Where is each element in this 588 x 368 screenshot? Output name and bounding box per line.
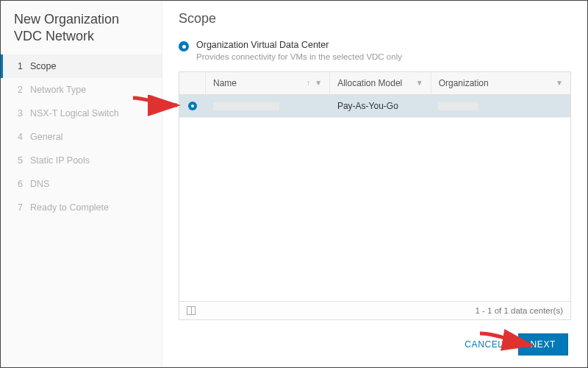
table-body: Pay-As-You-Go xyxy=(179,95,570,301)
column-allocation[interactable]: Allocation Model ▼ xyxy=(330,72,431,94)
step-scope[interactable]: 1 Scope xyxy=(1,54,162,78)
vdc-table: Name ↑ ▼ Allocation Model ▼ Organization xyxy=(179,71,571,320)
step-dns[interactable]: 6 DNS xyxy=(1,172,162,196)
table-footer: 1 - 1 of 1 data center(s) xyxy=(179,301,570,319)
cell-allocation: Pay-As-You-Go xyxy=(330,95,431,117)
wizard-steps: 1 Scope 2 Network Type 3 NSX-T Logical S… xyxy=(1,54,162,219)
filter-icon[interactable]: ▼ xyxy=(556,79,563,87)
redacted-text xyxy=(438,102,478,110)
step-static-ip-pools[interactable]: 5 Static IP Pools xyxy=(1,149,162,172)
column-organization-label: Organization xyxy=(439,78,489,88)
wizard-main-panel: Scope Organization Virtual Data Center P… xyxy=(162,1,587,367)
step-label: General xyxy=(30,132,62,142)
step-nsxt-logical-switch[interactable]: 3 NSX-T Logical Switch xyxy=(1,102,162,125)
cell-organization xyxy=(431,95,570,117)
column-picker-icon[interactable] xyxy=(187,306,196,315)
step-label: Ready to Complete xyxy=(30,202,109,213)
step-number: 6 xyxy=(14,179,23,189)
step-label: Static IP Pools xyxy=(30,155,90,166)
step-number: 7 xyxy=(14,202,23,213)
cancel-button[interactable]: CANCEL xyxy=(462,335,506,354)
step-number: 2 xyxy=(14,85,23,95)
sort-asc-icon[interactable]: ↑ xyxy=(306,79,310,87)
scope-option-description: Provides connectivity for VMs in the sel… xyxy=(196,52,402,61)
redacted-text xyxy=(213,102,279,110)
step-number: 5 xyxy=(14,155,23,166)
step-label: Scope xyxy=(30,61,56,71)
table-row[interactable]: Pay-As-You-Go xyxy=(179,95,570,118)
step-number: 1 xyxy=(14,61,23,71)
filter-icon[interactable]: ▼ xyxy=(315,79,322,87)
radio-selected-icon xyxy=(179,41,189,52)
wizard-sidebar: New Organization VDC Network 1 Scope 2 N… xyxy=(1,1,162,367)
wizard-title: New Organization VDC Network xyxy=(1,11,162,54)
step-number: 4 xyxy=(14,132,23,142)
column-select xyxy=(179,72,206,94)
page-title: Scope xyxy=(179,11,571,26)
filter-icon[interactable]: ▼ xyxy=(416,79,423,87)
step-number: 3 xyxy=(14,108,23,118)
step-network-type[interactable]: 2 Network Type xyxy=(1,78,162,102)
step-general[interactable]: 4 General xyxy=(1,125,162,149)
step-label: Network Type xyxy=(30,85,86,95)
step-ready-to-complete[interactable]: 7 Ready to Complete xyxy=(1,196,162,219)
column-allocation-label: Allocation Model xyxy=(337,78,402,88)
column-name-label: Name xyxy=(213,78,237,88)
column-organization[interactable]: Organization ▼ xyxy=(431,72,570,94)
row-select[interactable] xyxy=(179,95,206,117)
scope-option-label: Organization Virtual Data Center xyxy=(196,40,402,50)
next-button[interactable]: NEXT xyxy=(518,333,568,355)
wizard-footer: CANCEL NEXT xyxy=(179,320,571,367)
cell-name xyxy=(206,95,330,117)
pagination-text: 1 - 1 of 1 data center(s) xyxy=(475,306,563,315)
scope-option-org-vdc[interactable]: Organization Virtual Data Center Provide… xyxy=(179,40,571,61)
column-name[interactable]: Name ↑ ▼ xyxy=(206,72,330,94)
table-header: Name ↑ ▼ Allocation Model ▼ Organization xyxy=(179,72,570,95)
step-label: NSX-T Logical Switch xyxy=(30,108,119,118)
radio-selected-icon xyxy=(188,102,197,110)
step-label: DNS xyxy=(30,179,49,189)
